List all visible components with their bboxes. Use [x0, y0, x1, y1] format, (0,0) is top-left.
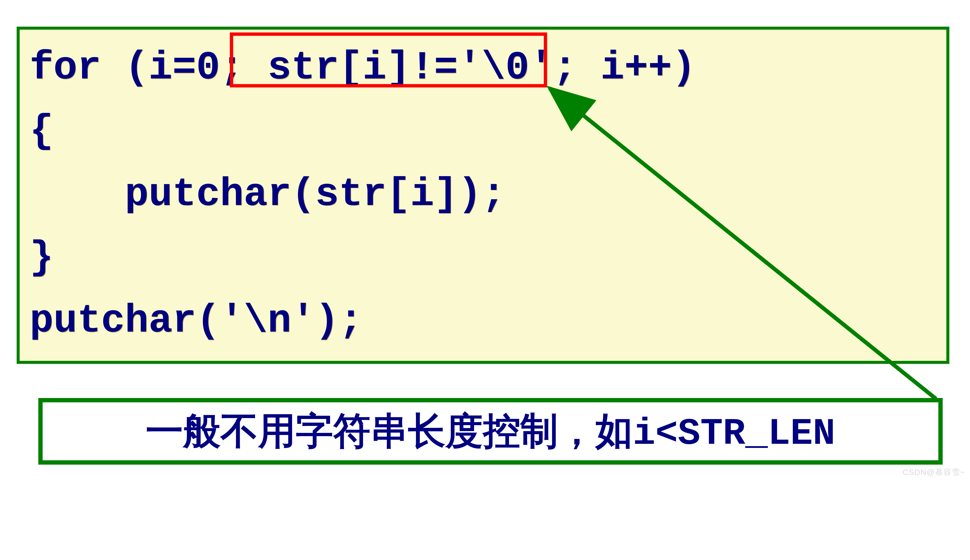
red-highlight-box	[230, 32, 547, 87]
annotation-cn: 一般不用字符串长度控制，如	[146, 413, 633, 455]
watermark: CSDN@慕容雪~	[903, 467, 965, 477]
code-line-4: }	[30, 235, 53, 280]
annotation-text: 一般不用字符串长度控制，如i<STR_LEN	[146, 406, 835, 457]
code-line-2: {	[30, 109, 53, 153]
slide-stage: for (i=0; str[i]!='\0'; i++) { putchar(s…	[0, 0, 970, 481]
code-line-5: putchar('\n');	[30, 298, 363, 343]
annotation-box: 一般不用字符串长度控制，如i<STR_LEN	[38, 398, 943, 465]
code-line-3: putchar(str[i]);	[30, 172, 505, 217]
code-line-1c: ; i++)	[553, 45, 696, 90]
annotation-code: i<STR_LEN	[633, 413, 835, 455]
